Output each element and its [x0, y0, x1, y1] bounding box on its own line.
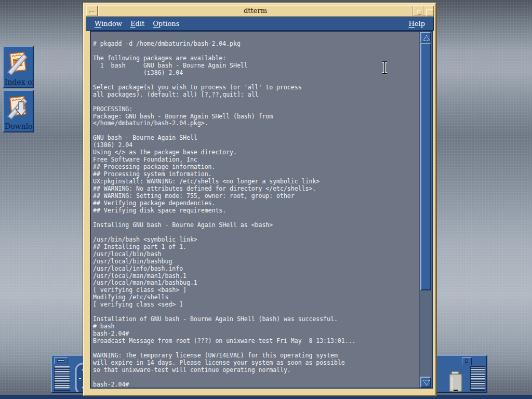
desktop-icon-label: Index of: [4, 78, 33, 87]
desktop-icon-label: Download: [4, 122, 33, 131]
menubar-left: WindowEditOptions: [90, 19, 183, 29]
trash-icon[interactable]: [447, 371, 464, 393]
titlebar[interactable]: dtterm: [86, 5, 434, 17]
minimize-button[interactable]: [413, 6, 423, 16]
front-panel-right: [432, 355, 487, 393]
terminal-output[interactable]: # pkgadd -d /home/dmbaturin/bash-2.04.pk…: [91, 32, 419, 388]
scroll-up-button[interactable]: [420, 32, 431, 43]
panel-handle-left[interactable]: [54, 366, 70, 391]
desktop-icon-download[interactable]: Download: [3, 90, 34, 132]
maximize-button[interactable]: [423, 6, 434, 16]
menu-item-window[interactable]: Window: [90, 19, 126, 29]
panel-menu-button[interactable]: [54, 357, 68, 364]
panel-subpanel-button[interactable]: [462, 357, 472, 365]
download-icon: [4, 91, 33, 122]
terminal-scrollbar[interactable]: [419, 32, 432, 388]
menu-item-edit[interactable]: Edit: [126, 19, 149, 29]
web-page-icon: [4, 47, 33, 78]
menu-item-options[interactable]: Options: [149, 19, 183, 29]
scroll-down-button[interactable]: [420, 377, 431, 388]
menubar-right: Help: [404, 19, 429, 29]
window-title: dtterm: [99, 6, 412, 16]
desktop-icon-index-of[interactable]: Index of: [3, 46, 34, 88]
terminal-client-area: # pkgadd -d /home/dmbaturin/bash-2.04.pk…: [90, 31, 433, 389]
ibeam-cursor: [381, 61, 389, 76]
panel-handle-right[interactable]: [470, 366, 485, 391]
scrollbar-thumb[interactable]: [420, 43, 431, 290]
window-menu-button[interactable]: [86, 6, 98, 16]
menu-item-help[interactable]: Help: [404, 19, 429, 29]
menubar: WindowEditOptions Help: [86, 17, 434, 31]
